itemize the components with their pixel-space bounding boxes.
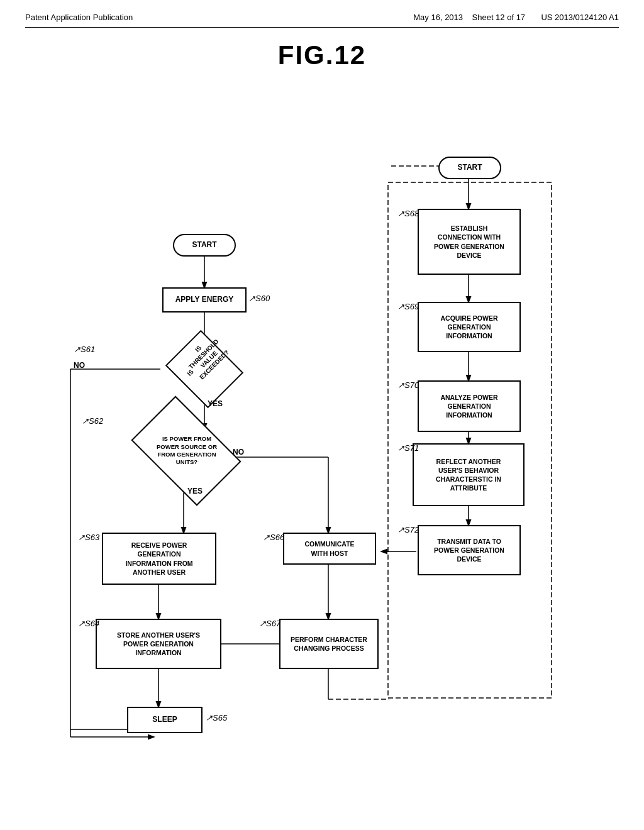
s66-label: ↗S66 bbox=[263, 533, 284, 542]
header-left: Patent Application Publication bbox=[25, 13, 133, 22]
no-label-s62: NO bbox=[233, 448, 244, 456]
s61-label: ↗S61 bbox=[74, 345, 95, 354]
s67-label: ↗S67 bbox=[259, 619, 280, 628]
diagram-svg bbox=[39, 96, 605, 787]
s69-label: ↗S69 bbox=[397, 302, 419, 311]
s60-label: ↗S60 bbox=[248, 294, 270, 303]
s63-label: ↗S63 bbox=[78, 533, 99, 542]
s67-node: PERFORM CHARACTERCHANGING PROCESS bbox=[279, 619, 379, 669]
s70-label: ↗S70 bbox=[397, 380, 419, 390]
s63-node: RECEIVE POWERGENERATIONINFORMATION FROMA… bbox=[102, 533, 216, 585]
diagram-container: START APPLY ENERGY ↗S60 ISIS THRESHOLD V… bbox=[39, 96, 605, 787]
s72-node: TRANSMIT DATA TOPOWER GENERATIONDEVICE bbox=[418, 525, 521, 575]
publication-label: Patent Application Publication bbox=[25, 13, 133, 22]
s71-node: REFLECT ANOTHERUSER'S BEHAVIORCHARACTERS… bbox=[413, 443, 525, 506]
s72-label: ↗S72 bbox=[397, 525, 419, 534]
s68-node: ESTABLISHCONNECTION WITHPOWER GENERATION… bbox=[418, 209, 521, 275]
s66-node: COMMUNICATEWITH HOST bbox=[283, 533, 376, 565]
page: Patent Application Publication May 16, 2… bbox=[0, 0, 644, 830]
header-right: May 16, 2013 Sheet 12 of 17 US 2013/0124… bbox=[413, 13, 619, 22]
no-label-s61: NO bbox=[74, 361, 85, 370]
s61-diamond-container: ISIS THRESHOLD VALUE EXCEEDED? bbox=[171, 341, 238, 397]
yes-label-s61: YES bbox=[208, 399, 223, 408]
start1-node: START bbox=[173, 234, 236, 257]
s64-node: STORE ANOTHER USER'SPOWER GENERATIONINFO… bbox=[96, 619, 221, 669]
start2-node: START bbox=[438, 157, 501, 179]
fig-title: FIG.12 bbox=[25, 40, 619, 70]
s64-label: ↗S64 bbox=[78, 619, 99, 628]
s71-label: ↗S71 bbox=[397, 443, 419, 453]
date-sheet: May 16, 2013 Sheet 12 of 17 US 2013/0124… bbox=[413, 13, 619, 22]
s69-node: ACQUIRE POWERGENERATIONINFORMATION bbox=[418, 302, 521, 352]
s68-label: ↗S68 bbox=[397, 209, 419, 218]
header: Patent Application Publication May 16, 2… bbox=[25, 13, 619, 28]
s70-node: ANALYZE POWERGENERATIONINFORMATION bbox=[418, 380, 521, 432]
s62-diamond-container: IS POWER FROMPOWER SOURCE ORFROM GENERAT… bbox=[136, 416, 237, 485]
s65-node: SLEEP bbox=[127, 707, 203, 733]
s60-node: APPLY ENERGY bbox=[162, 287, 247, 313]
s65-label: ↗S65 bbox=[206, 713, 227, 722]
s62-label: ↗S62 bbox=[82, 416, 103, 426]
yes-label-s62: YES bbox=[187, 487, 203, 495]
